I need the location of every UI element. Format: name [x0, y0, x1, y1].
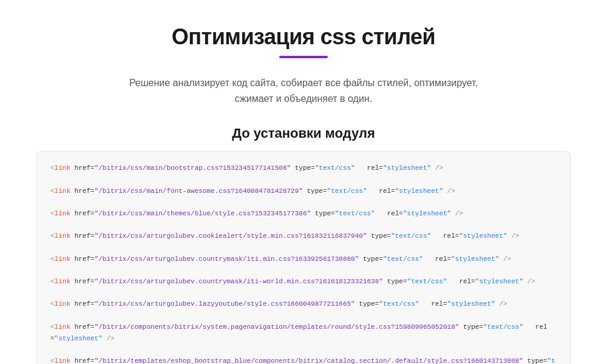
code-line: <link href="/bitrix/templates/eshop_boot…	[50, 356, 557, 364]
before-code-block: <link href="/bitrix/css/main/bootstrap.c…	[36, 151, 571, 364]
page-title: Оптимизация css стилей	[172, 24, 435, 50]
page-container: Оптимизация css стилей Решение анализиру…	[0, 0, 607, 364]
title-underline	[279, 56, 328, 58]
code-line: <link href="/bitrix/css/main/font-awesom…	[50, 186, 557, 197]
before-section-title: До установки модуля	[232, 126, 375, 141]
code-line: <link href="/bitrix/css/arturgolubev.coo…	[50, 231, 557, 242]
code-line: <link href="/bitrix/components/bitrix/sy…	[50, 322, 557, 344]
code-line: <link href="/bitrix/css/arturgolubev.cou…	[50, 276, 557, 288]
code-line: <link href="/bitrix/css/main/bootstrap.c…	[50, 163, 557, 174]
code-line: <link href="/bitrix/css/arturgolubev.laz…	[50, 298, 557, 310]
code-line: <link href="/bitrix/css/main/themes/blue…	[50, 208, 557, 220]
before-code-content: <link href="/bitrix/css/main/bootstrap.c…	[50, 163, 557, 364]
code-line: <link href="/bitrix/css/arturgolubev.cou…	[50, 254, 557, 265]
subtitle-text: Решение анализирует код сайта, собирает …	[129, 75, 478, 106]
